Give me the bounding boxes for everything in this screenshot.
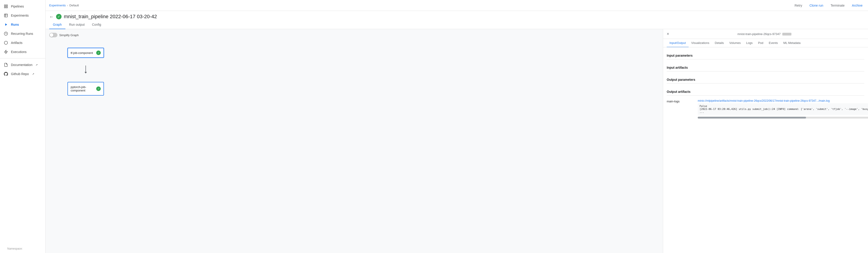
back-button[interactable]: ← [49,14,54,19]
output-parameters-section: Output parameters [667,75,864,83]
panel-tab-events[interactable]: Events [766,39,781,47]
sidebar-item-executions[interactable]: Executions [0,47,45,57]
topbar: Experiments › Default Retry Clone run Te… [45,0,868,11]
main-content: Experiments › Default Retry Clone run Te… [45,0,868,253]
doc-icon [4,63,8,67]
breadcrumb-default: Default [69,4,79,7]
execution-icon [4,49,8,54]
pipeline-arrow [85,66,87,73]
retry-button[interactable]: Retry [793,3,804,8]
sidebar-label-documentation: Documentation [11,63,32,67]
panel-tabs: Input/Output Visualizations Details Volu… [663,39,868,47]
side-panel-header: × mnist-train-pipeline-26qcs-97347 [663,29,868,39]
artifact-row-main-logs: main-logs minio://mlpipeline/artifacts/m… [667,97,864,120]
external-link-github-icon: ↗ [32,73,34,76]
input-parameters-section: Input parameters [667,51,864,60]
side-panel: × mnist-train-pipeline-26qcs-97347 Input… [663,29,868,253]
terminate-button[interactable]: Terminate [829,3,846,8]
node-status-tf-job: ✓ [96,50,101,55]
sidebar-item-runs[interactable]: Runs [0,20,45,29]
sidebar-label-recurring-runs: Recurring Runs [11,32,33,35]
sidebar-label-artifacts: Artifacts [11,41,23,45]
close-button[interactable]: × [667,32,669,36]
archive-button[interactable]: Archive [850,3,864,8]
node-label-pytorch-job: pytorch-job- component [71,85,86,92]
code-line-3: ... [700,111,704,113]
sidebar-divider [0,58,45,59]
artifact-link-main-logs[interactable]: minio://mlpipeline/artifacts/mnist-train… [698,99,868,102]
pipeline-node-pytorch-job[interactable]: pytorch-job- component ✓ [67,82,104,96]
sidebar-label-experiments: Experiments [11,14,29,17]
input-artifacts-section: Input artifacts [667,63,864,71]
panel-tab-volumes[interactable]: Volumes [727,39,744,47]
side-panel-title-blur [782,33,792,35]
svg-rect-2 [6,7,7,8]
breadcrumb: Experiments › Default [49,4,79,7]
tab-graph[interactable]: Graph [49,21,65,29]
output-parameters-title: Output parameters [667,75,864,83]
sidebar: Pipelines Experiments Runs Recurring Run… [0,0,45,253]
pipeline-canvas: tf-job-component ✓ pytorch-job- componen… [49,41,659,248]
sidebar-item-experiments[interactable]: Experiments [0,11,45,20]
graph-panel: Simplify Graph tf-job-component ✓ pytorc… [45,29,663,253]
clock-icon [4,31,8,36]
page-header: ← ✓ mnist_train_pipeline 2022-06-17 03-2… [45,11,868,21]
node-status-pytorch-job: ✓ [96,86,101,91]
simplify-graph-toggle[interactable] [49,33,57,37]
code-scrollbar[interactable] [698,117,868,118]
namespace-label: Namespace: [4,245,42,251]
panel-tab-details[interactable]: Details [712,39,727,47]
run-icon [4,22,8,27]
sidebar-label-runs: Runs [11,23,19,26]
panel-tab-logs[interactable]: Logs [743,39,755,47]
svg-rect-0 [4,5,5,6]
node-label-tf-job: tf-job-component [71,51,93,55]
experiment-icon [4,13,8,18]
sidebar-label-executions: Executions [11,50,26,54]
svg-rect-1 [6,5,7,6]
input-parameters-title: Input parameters [667,51,864,60]
sidebar-label-pipelines: Pipelines [11,5,24,8]
side-panel-title: mnist-train-pipeline-26qcs-97347 [669,32,860,36]
tab-run-output[interactable]: Run output [65,21,88,29]
artifact-content-main-logs: minio://mlpipeline/artifacts/mnist-train… [698,99,868,118]
run-title: mnist_train_pipeline 2022-06-17 03-20-42 [64,14,157,20]
panel-content: Input parameters Input artifacts Output … [663,47,868,253]
run-status-icon: ✓ [56,14,62,19]
content-area: Simplify Graph tf-job-component ✓ pytorc… [45,29,868,253]
pipeline-node-tf-job[interactable]: tf-job-component ✓ [67,48,104,58]
sidebar-item-github[interactable]: Github Repo ↗ [0,69,45,78]
main-tabs: Graph Run output Config [45,21,868,29]
sidebar-item-documentation[interactable]: Documentation ↗ [0,60,45,69]
artifact-code-main-logs: False [2022-06-17 03:20:46,426] utils.py… [698,103,868,115]
clone-run-button[interactable]: Clone run [808,3,825,8]
external-link-doc-icon: ↗ [36,64,38,66]
breadcrumb-separator: › [67,4,68,7]
toggle-thumb [50,33,53,37]
sidebar-item-artifacts[interactable]: Artifacts [0,38,45,47]
svg-rect-3 [4,7,5,8]
topbar-actions: Retry Clone run Terminate Archive [793,3,864,8]
output-artifacts-title: Output artifacts [667,87,864,96]
github-icon [4,72,8,76]
panel-tab-ml-metadata[interactable]: ML Metadata [781,39,803,47]
svg-marker-5 [4,50,7,54]
sidebar-label-github: Github Repo [11,72,29,76]
artifact-label-main-logs: main-logs [667,99,694,103]
code-line-2: [2022-06-17 03:20:46,426] utils.py submi… [700,108,868,111]
breadcrumb-experiments[interactable]: Experiments [49,4,66,7]
arrow-line [86,66,86,72]
simplify-graph-control: Simplify Graph [49,33,659,37]
side-panel-title-text: mnist-train-pipeline-26qcs-97347 [737,32,780,36]
tab-config[interactable]: Config [88,21,104,29]
sidebar-item-recurring-runs[interactable]: Recurring Runs [0,29,45,38]
panel-tab-pod[interactable]: Pod [755,39,766,47]
panel-tab-visualizations[interactable]: Visualizations [689,39,712,47]
sidebar-item-pipelines[interactable]: Pipelines [0,2,45,11]
output-artifacts-section: Output artifacts main-logs minio://mlpip… [667,87,864,120]
simplify-graph-label: Simplify Graph [59,33,79,37]
pipeline-icon [4,4,8,9]
artifact-icon [4,40,8,45]
panel-tab-input-output[interactable]: Input/Output [667,39,689,47]
input-artifacts-title: Input artifacts [667,63,864,71]
